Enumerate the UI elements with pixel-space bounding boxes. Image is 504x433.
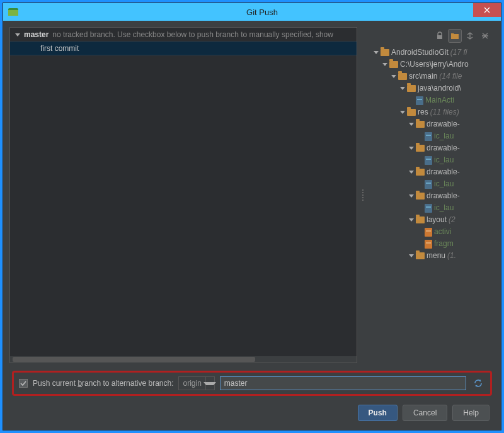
tree-label: ic_lau xyxy=(434,131,454,142)
tree-node[interactable]: java\android\ xyxy=(369,82,495,94)
tree-label: layout xyxy=(427,215,447,225)
folder-icon xyxy=(398,73,407,80)
tree-node[interactable]: AndroidStudioGit (17 fi xyxy=(369,47,495,59)
tree-node[interactable]: src\main (14 file xyxy=(369,70,495,82)
tree-label: drawable- xyxy=(427,167,460,177)
tree-label: drawable- xyxy=(427,191,460,201)
file-icon xyxy=(425,156,432,165)
push-button[interactable]: Push xyxy=(358,405,398,421)
tree-label: activi xyxy=(434,227,451,237)
expand-arrow-icon xyxy=(409,171,414,174)
folder-icon xyxy=(450,32,459,40)
unified-diff-button[interactable] xyxy=(433,29,447,43)
branch-row[interactable]: master no tracked branch. Use checkbox b… xyxy=(10,28,357,42)
tree-node[interactable]: activi xyxy=(369,226,495,238)
expand-icon xyxy=(466,31,474,40)
tree-node[interactable]: drawable- xyxy=(369,142,495,154)
tree-node[interactable]: ic_lau xyxy=(369,130,495,142)
push-alt-label: Push current branch to alternative branc… xyxy=(33,379,173,388)
tree-label: ic_lau xyxy=(434,203,454,213)
expand-arrow-icon xyxy=(409,194,414,198)
app-icon xyxy=(8,8,18,16)
scrollbar-horizontal[interactable] xyxy=(10,356,357,363)
close-button[interactable] xyxy=(473,3,501,17)
remote-name: origin xyxy=(179,379,205,388)
expand-arrow-icon xyxy=(409,218,414,222)
file-tree[interactable]: AndroidStudioGit (17 fiC:\Users\jerry\An… xyxy=(369,45,495,363)
tree-toolbar xyxy=(369,27,495,45)
refresh-button[interactable] xyxy=(471,376,485,390)
remote-select[interactable]: origin xyxy=(178,376,214,390)
tree-label: drawable- xyxy=(427,119,460,130)
tree-node[interactable]: ic_lau xyxy=(369,154,495,166)
tree-node[interactable]: drawable- xyxy=(369,118,495,130)
tree-node[interactable]: menu (1. xyxy=(369,250,495,262)
refresh-icon xyxy=(473,378,483,388)
alt-branch-input[interactable] xyxy=(220,376,466,390)
tree-count: (11 files) xyxy=(430,107,459,118)
collapse-all-button[interactable] xyxy=(478,29,492,43)
group-by-directory-button[interactable] xyxy=(448,29,462,43)
title-bar: Git Push xyxy=(3,3,501,21)
tree-label: AndroidStudioGit xyxy=(391,47,449,58)
expand-arrow-icon xyxy=(409,123,414,126)
lock-icon xyxy=(435,31,444,40)
tree-label: ic_lau xyxy=(434,155,454,166)
expand-arrow-icon xyxy=(400,111,405,114)
folder-icon xyxy=(416,216,425,223)
tree-node[interactable]: ic_lau xyxy=(369,202,495,214)
expand-arrow-icon xyxy=(382,63,387,66)
tree-node[interactable]: C:\Users\jerry\Andro xyxy=(369,59,495,70)
folder-icon xyxy=(381,49,389,56)
tree-label: drawable- xyxy=(427,143,460,154)
folder-icon xyxy=(416,169,425,176)
folder-icon xyxy=(416,121,425,128)
tree-node[interactable]: layout (2 xyxy=(369,214,495,226)
file-icon xyxy=(416,96,423,105)
alternative-branch-row: Push current branch to alternative branc… xyxy=(12,371,492,396)
expand-arrow-icon xyxy=(391,75,396,78)
checkmark-icon xyxy=(20,380,26,386)
tree-node[interactable]: ic_lau xyxy=(369,178,495,190)
git-push-dialog: Git Push master no tracked branch. Use c… xyxy=(3,3,501,430)
file-icon xyxy=(425,228,432,237)
remote-dropdown-button[interactable] xyxy=(205,377,214,390)
tree-label: C:\Users\jerry\Andro xyxy=(400,59,469,70)
expand-arrow-icon xyxy=(409,254,414,257)
folder-icon xyxy=(416,145,425,152)
folder-icon xyxy=(407,85,416,92)
file-icon xyxy=(425,180,432,189)
tree-count: (2 xyxy=(449,215,455,225)
tree-label: fragm xyxy=(434,239,454,249)
folder-icon xyxy=(416,193,425,200)
tree-count: (1. xyxy=(447,250,456,261)
expand-all-button[interactable] xyxy=(463,29,477,43)
splitter-handle[interactable] xyxy=(361,27,365,363)
tree-label: res xyxy=(418,107,428,118)
tree-node[interactable]: fragm xyxy=(369,238,495,250)
help-button[interactable]: Help xyxy=(452,405,490,421)
tree-node[interactable]: drawable- xyxy=(369,166,495,178)
chevron-down-icon xyxy=(203,382,216,385)
tree-node[interactable]: drawable- xyxy=(369,190,495,202)
tree-count: (14 file xyxy=(439,71,462,82)
close-icon xyxy=(484,7,490,13)
expand-icon xyxy=(15,33,20,37)
folder-icon xyxy=(389,61,398,68)
commit-item[interactable]: first commit xyxy=(10,42,357,55)
tree-node[interactable]: MainActi xyxy=(369,94,495,106)
cancel-button[interactable]: Cancel xyxy=(403,405,447,421)
push-alt-checkbox[interactable] xyxy=(19,379,28,388)
tree-node[interactable]: res (11 files) xyxy=(369,106,495,118)
expand-arrow-icon xyxy=(374,51,379,54)
commits-panel: master no tracked branch. Use checkbox b… xyxy=(9,27,357,363)
collapse-icon xyxy=(481,31,490,40)
tree-count: (17 fi xyxy=(450,47,467,58)
svg-rect-0 xyxy=(437,35,442,39)
branch-name: master xyxy=(24,30,49,39)
expand-arrow-icon xyxy=(409,147,414,150)
file-icon xyxy=(425,204,432,213)
dialog-buttons: Push Cancel Help xyxy=(12,396,492,422)
tree-label: java\android\ xyxy=(418,83,461,94)
branch-hint: no tracked branch. Use checkbox below to… xyxy=(52,30,333,39)
